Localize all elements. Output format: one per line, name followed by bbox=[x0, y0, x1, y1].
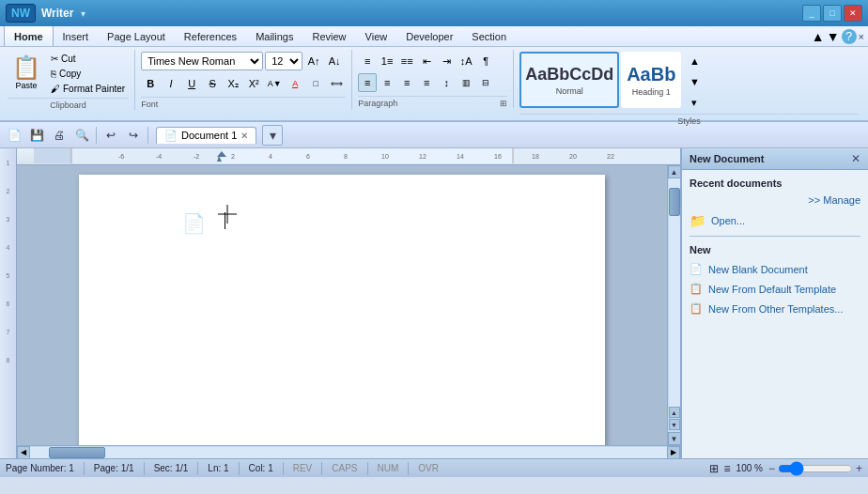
paste-label: Paste bbox=[15, 81, 37, 90]
scroll-up-button[interactable]: ▲ bbox=[668, 165, 681, 178]
open-link[interactable]: Open... bbox=[711, 215, 745, 226]
scroll-track[interactable] bbox=[669, 178, 680, 407]
char-spacing-button[interactable]: ⟺ bbox=[327, 74, 346, 93]
shading-button[interactable]: ▥ bbox=[457, 73, 475, 92]
tab-close-button[interactable]: ✕ bbox=[240, 131, 248, 141]
show-marks-button[interactable]: ¶ bbox=[476, 52, 495, 70]
menu-review[interactable]: Review bbox=[302, 26, 355, 46]
new-section-label: New bbox=[690, 244, 860, 255]
cut-button[interactable]: ✂ Cut bbox=[47, 52, 129, 66]
line-spacing-button[interactable]: ↕ bbox=[437, 73, 456, 92]
numbering-button[interactable]: 1≡ bbox=[378, 52, 396, 70]
strikethrough-button[interactable]: S bbox=[203, 74, 222, 93]
styles-label: Styles bbox=[519, 114, 859, 126]
paragraph-label: Paragraph⊞ bbox=[358, 96, 507, 108]
app-dropdown-icon[interactable]: ▾ bbox=[81, 8, 85, 19]
superscript-button[interactable]: X² bbox=[244, 74, 263, 93]
subscript-button[interactable]: X₂ bbox=[224, 74, 242, 93]
font-name-select[interactable]: Times New Roman bbox=[141, 52, 263, 70]
style-normal[interactable]: AaBbCcDd Normal bbox=[519, 52, 619, 108]
decrease-indent-button[interactable]: ⇤ bbox=[417, 52, 436, 70]
highlight-button[interactable]: A▼ bbox=[265, 74, 284, 93]
font-size-select[interactable]: 12 bbox=[265, 52, 302, 70]
save-button[interactable]: 💾 bbox=[26, 125, 47, 146]
zoom-slider[interactable] bbox=[778, 464, 853, 473]
align-right-button[interactable]: ≡ bbox=[397, 73, 416, 92]
bold-button[interactable]: B bbox=[141, 74, 160, 93]
align-left-button[interactable]: ≡ bbox=[358, 73, 377, 92]
menu-home[interactable]: Home bbox=[4, 26, 54, 46]
increase-indent-button[interactable]: ⇥ bbox=[437, 52, 456, 70]
align-center-button[interactable]: ≡ bbox=[378, 73, 396, 92]
minimize-button[interactable]: _ bbox=[802, 5, 821, 22]
paste-icon: 📋 bbox=[12, 54, 40, 81]
h-scroll-track[interactable] bbox=[30, 447, 667, 458]
help-icon[interactable]: ▲ bbox=[812, 29, 825, 44]
menu-developer[interactable]: Developer bbox=[396, 26, 462, 46]
horizontal-scrollbar: ◀ ▶ bbox=[17, 445, 680, 458]
justify-button[interactable]: ≡ bbox=[417, 73, 436, 92]
status-sep-2 bbox=[144, 462, 145, 475]
menu-section[interactable]: Section bbox=[462, 26, 516, 46]
open-folder-icon: 📁 bbox=[690, 213, 705, 228]
document-scroll-area[interactable]: 📄 bbox=[17, 165, 667, 445]
style-more[interactable]: ▾ bbox=[685, 93, 704, 112]
font-label: Font bbox=[141, 97, 346, 109]
zoom-out-button[interactable]: − bbox=[768, 462, 775, 475]
new-from-default-item[interactable]: 📋 New From Default Template bbox=[690, 281, 860, 297]
menu-view[interactable]: View bbox=[356, 26, 397, 46]
copy-button[interactable]: ⎘ Copy bbox=[47, 67, 129, 81]
h-scroll-thumb[interactable] bbox=[49, 447, 105, 458]
view-icon-2[interactable]: ≡ bbox=[724, 462, 731, 475]
paragraph-dialog-icon[interactable]: ⊞ bbox=[500, 99, 507, 108]
undo-button[interactable]: ↩ bbox=[101, 125, 121, 146]
grow-font-button[interactable]: A↑ bbox=[304, 52, 323, 70]
view-icon-1[interactable]: ⊞ bbox=[709, 462, 719, 475]
nav-up-icon[interactable]: ▼ bbox=[827, 29, 840, 44]
underline-button[interactable]: U bbox=[182, 74, 201, 93]
zoom-in-button[interactable]: + bbox=[856, 462, 862, 475]
svg-text:-2: -2 bbox=[194, 153, 199, 160]
menu-references[interactable]: References bbox=[175, 26, 246, 46]
scroll-right-button[interactable]: ▶ bbox=[667, 446, 680, 459]
style-scroll-down[interactable]: ▼ bbox=[685, 72, 704, 91]
style-scroll-up[interactable]: ▲ bbox=[685, 52, 704, 70]
new-doc-button[interactable]: 📄 bbox=[4, 125, 24, 146]
prev-page-button[interactable]: ▲ bbox=[669, 407, 680, 418]
scroll-thumb[interactable] bbox=[669, 188, 680, 216]
menu-mailings[interactable]: Mailings bbox=[246, 26, 302, 46]
print-preview-button[interactable]: 🔍 bbox=[71, 125, 92, 146]
borders-button[interactable]: ⊟ bbox=[476, 73, 495, 92]
scroll-left-button[interactable]: ◀ bbox=[17, 446, 30, 459]
document-tab[interactable]: 📄 Document 1 ✕ bbox=[156, 127, 256, 144]
section-status: Sec: 1/1 bbox=[154, 463, 189, 473]
border-button[interactable]: □ bbox=[306, 74, 325, 93]
style-heading1[interactable]: AaBb Heading 1 bbox=[621, 52, 681, 108]
redo-button[interactable]: ↪ bbox=[123, 125, 144, 146]
format-painter-button[interactable]: 🖌 Format Painter bbox=[47, 82, 129, 96]
new-from-other-item[interactable]: 📋 New From Other Templates... bbox=[690, 301, 860, 316]
outline-button[interactable]: ≡≡ bbox=[397, 52, 416, 70]
new-blank-doc-item[interactable]: 📄 New Blank Document bbox=[690, 261, 860, 277]
menu-insert[interactable]: Insert bbox=[54, 26, 99, 46]
bullets-button[interactable]: ≡ bbox=[358, 52, 377, 70]
menu-page-layout[interactable]: Page Layout bbox=[98, 26, 175, 46]
toolbar-separator-1 bbox=[96, 127, 97, 144]
manage-link[interactable]: >> Manage bbox=[690, 194, 860, 206]
maximize-button[interactable]: □ bbox=[823, 5, 842, 22]
next-page-button[interactable]: ▼ bbox=[669, 419, 680, 430]
ribbon-minimize-icon[interactable]: × bbox=[859, 31, 864, 42]
paste-button[interactable]: 📋 Paste bbox=[8, 52, 45, 96]
help-question-icon[interactable]: ? bbox=[842, 29, 857, 44]
sort-button[interactable]: ↕A bbox=[457, 52, 475, 70]
scroll-down-button[interactable]: ▼ bbox=[668, 432, 681, 445]
document-paper[interactable]: 📄 bbox=[79, 175, 605, 445]
new-tab-button[interactable]: ▾ bbox=[262, 125, 283, 146]
close-button[interactable]: ✕ bbox=[844, 5, 862, 22]
font-color-button[interactable]: A bbox=[286, 74, 304, 93]
italic-button[interactable]: I bbox=[162, 74, 180, 93]
shrink-font-button[interactable]: A↓ bbox=[325, 52, 344, 70]
panel-close-button[interactable]: ✕ bbox=[851, 152, 860, 165]
print-button[interactable]: 🖨 bbox=[49, 125, 70, 146]
svg-text:16: 16 bbox=[494, 153, 502, 160]
